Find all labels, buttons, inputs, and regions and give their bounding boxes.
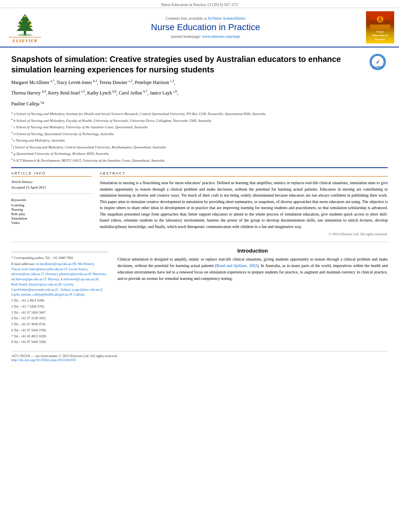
cover-label: Nurse Education in Practice bbox=[372, 30, 388, 41]
svg-point-1 bbox=[18, 34, 32, 36]
svg-rect-13 bbox=[370, 25, 390, 29]
svg-text:CrossMark: CrossMark bbox=[373, 66, 383, 68]
journal-citation: Nurse Education in Practice 13 (2013) 56… bbox=[161, 2, 238, 7]
svg-point-6 bbox=[28, 21, 29, 22]
affiliation-a: a a School of Nursing and Midwifery, Ins… bbox=[11, 111, 388, 117]
email-note: E-mail addresses: m.mcallister@cqu.edu.a… bbox=[11, 261, 108, 297]
keyword-nursing: Nursing bbox=[11, 207, 92, 212]
svg-text:✓: ✓ bbox=[376, 59, 380, 65]
elsevier-tree-icon bbox=[11, 12, 39, 36]
svg-point-5 bbox=[21, 21, 22, 22]
email-addresses: m.mcallister@cqu.edu.au (M. McAllister),… bbox=[11, 262, 107, 297]
header-divider bbox=[11, 167, 388, 168]
affiliation-d: d d School of Nursing, Queensland Univer… bbox=[11, 131, 388, 137]
svg-point-9 bbox=[24, 16, 26, 17]
journal-homepage: journal homepage: www.elsevier.com/nepr bbox=[49, 34, 362, 39]
accepted-date: Accepted 15 April 2013 bbox=[11, 185, 92, 189]
article-info-column: ARTICLE INFO Article history: Accepted 1… bbox=[11, 171, 92, 236]
content-divider bbox=[11, 242, 388, 242]
authors-line-3: Pauline Calleja f,g bbox=[11, 100, 388, 107]
affiliation-f: f f School of Nursing and Midwifery, Cen… bbox=[11, 144, 388, 150]
journal-cover-image: Nurse Education in Practice bbox=[366, 11, 394, 43]
abstract-section-label: ABSTRACT bbox=[100, 171, 388, 177]
tel-note-5: 5 Tel.: +61 07 4930 9741. bbox=[11, 322, 108, 327]
affiliations-section: a a School of Nursing and Midwifery, Ins… bbox=[11, 111, 388, 163]
sciverse-line: Contents lists available at SciVerse Sci… bbox=[49, 16, 362, 21]
keyword-simulation: Simulation bbox=[11, 216, 92, 220]
elsevier-logo: ELSEVIER bbox=[5, 12, 45, 43]
intro-reference-link[interactable]: Bond and Spillane, 2002 bbox=[216, 263, 257, 268]
tel-note-2: 2 Tel.: +61 7 5456 5765. bbox=[11, 304, 108, 309]
svg-point-7 bbox=[19, 25, 21, 26]
sciverse-link[interactable]: SciVerse ScienceDirect bbox=[208, 16, 246, 21]
elsevier-brand-text: ELSEVIER bbox=[9, 37, 41, 43]
article-title: Snapshots of simulation: Creative strate… bbox=[11, 54, 388, 75]
affiliation-c: c c School of Nursing and Midwifery, Uni… bbox=[11, 124, 388, 130]
crossmark-badge: ✓ CrossMark bbox=[370, 54, 388, 72]
svg-point-8 bbox=[29, 25, 31, 26]
copyright-notice: © 2013 Elsevier Ltd. All rights reserved… bbox=[100, 232, 388, 236]
journal-main-title: Nurse Education in Practice bbox=[49, 22, 362, 33]
crossmark-icon: ✓ CrossMark bbox=[370, 54, 386, 70]
issn-line: 1471-5953/$ — see front matter © 2013 El… bbox=[11, 354, 388, 358]
keyword-video: Video bbox=[11, 221, 92, 225]
abstract-text: Simulation in nursing is a flourishing a… bbox=[100, 180, 388, 230]
content-area: Snapshots of simulation: Creative strate… bbox=[0, 47, 399, 368]
affiliation-b: b b School of Nursing and Midwifery, Fac… bbox=[11, 117, 388, 124]
introduction-column: Introduction Clinical simulation is desi… bbox=[117, 248, 388, 345]
tel-note-4: 4 Tel.: +61 07 3138 5951. bbox=[11, 316, 108, 321]
article-info-label: ARTICLE INFO bbox=[11, 171, 92, 177]
history-label: Article history: bbox=[11, 180, 92, 184]
keyword-learning: Learning bbox=[11, 203, 92, 207]
tel-note-7: 7 Tel.: +61 02 4921 6339. bbox=[11, 334, 108, 339]
journal-header: ELSEVIER Contents lists available at Sci… bbox=[0, 8, 399, 47]
corresponding-note: * Corresponding author. Tel.: +61 5440 7… bbox=[11, 255, 108, 261]
footnotes-column: * Corresponding author. Tel.: +61 5440 7… bbox=[11, 248, 108, 345]
introduction-heading: Introduction bbox=[117, 248, 388, 254]
tel-note-1: 1 Tel.: +61 2 4921 6599. bbox=[11, 298, 108, 303]
affiliation-e: e e Nursing and Midwifery, Australia bbox=[11, 137, 388, 144]
keyword-roleplay: Role play bbox=[11, 212, 92, 216]
tel-note-6: 6 Tel.: +61 07 5456 5766. bbox=[11, 328, 108, 333]
info-divider bbox=[11, 193, 92, 194]
keywords-label: Keywords: bbox=[11, 198, 92, 202]
introduction-text: Clinical simulation is designed to ampli… bbox=[117, 256, 388, 282]
cover-image-icon bbox=[370, 13, 390, 29]
tel-note-8: 8 Tel.: +61 07 5456 5506. bbox=[11, 339, 108, 345]
tel-note-3: 3 Tel.: +61 07 5456 5067. bbox=[11, 310, 108, 315]
bottom-section: * Corresponding author. Tel.: +61 5440 7… bbox=[11, 248, 388, 345]
affiliation-h: h h ICT Research & Development, BDT/C-SA… bbox=[11, 157, 388, 164]
affiliation-g: g g Queensland University of Technology,… bbox=[11, 150, 388, 157]
citation-bar: Nurse Education in Practice 13 (2013) 56… bbox=[0, 0, 399, 8]
doi-line[interactable]: http://dx.doi.org/10.1016/j.nepr.2013.04… bbox=[11, 358, 388, 362]
authors-line-1: Margaret McAllister a,*, Tracy Levett-Jo… bbox=[11, 79, 388, 86]
journal-title-area: Contents lists available at SciVerse Sci… bbox=[49, 16, 362, 39]
bottom-footer: 1471-5953/$ — see front matter © 2013 El… bbox=[11, 351, 388, 362]
footnotes-section: * Corresponding author. Tel.: +61 5440 7… bbox=[11, 252, 108, 345]
authors-line-2: Theresa Harvey d,4, Kerry Reid-Searl e,5… bbox=[11, 89, 388, 97]
article-info-abstract-section: ARTICLE INFO Article history: Accepted 1… bbox=[11, 171, 388, 236]
abstract-column: ABSTRACT Simulation in nursing is a flou… bbox=[100, 171, 388, 236]
